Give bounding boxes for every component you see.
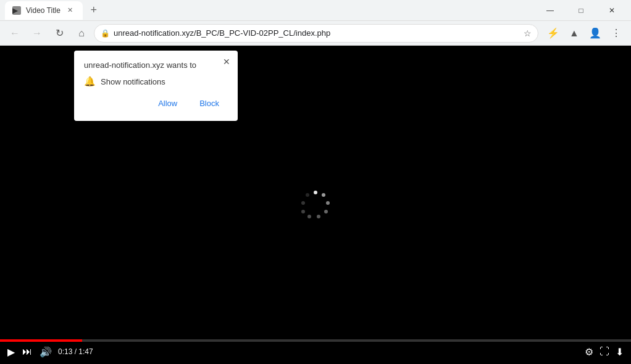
maximize-button[interactable]: □ <box>567 0 595 21</box>
svg-point-8 <box>306 193 309 197</box>
play-button[interactable]: ▶ <box>6 345 16 359</box>
settings-button[interactable]: ⚙ <box>583 345 595 359</box>
svg-point-3 <box>324 210 328 213</box>
download-button[interactable]: ⬇ <box>614 345 625 359</box>
volume-button[interactable]: 🔊 <box>38 345 53 359</box>
video-controls: ▶ ⏭ 🔊 0:13 / 1:47 ⚙ ⛶ ⬇ <box>0 339 631 364</box>
popup-title: unread-notification.xyz wants to <box>84 60 228 70</box>
svg-point-0 <box>314 191 317 194</box>
notification-popup: ✕ unread-notification.xyz wants to 🔔 Sho… <box>74 51 238 121</box>
refresh-button[interactable]: ↻ <box>49 23 69 43</box>
toolbar-icons: ⚡ ▲ 👤 ⋮ <box>543 23 626 43</box>
lock-icon: 🔒 <box>101 29 110 38</box>
ntp-button[interactable]: ▲ <box>564 23 584 43</box>
progress-bar-fill <box>0 339 82 342</box>
minimize-button[interactable]: — <box>536 0 564 21</box>
progress-bar-container[interactable] <box>0 339 631 342</box>
fullscreen-button[interactable]: ⛶ <box>598 345 611 358</box>
profile-button[interactable]: 👤 <box>585 23 605 43</box>
content-area: ✕ unread-notification.xyz wants to 🔔 Sho… <box>0 46 631 364</box>
permission-label: Show notifications <box>101 77 165 86</box>
url-text: unread-notification.xyz/B_PC/B_PC-VID-02… <box>114 28 517 38</box>
skip-button[interactable]: ⏭ <box>21 345 33 358</box>
loading-spinner <box>300 189 331 220</box>
extensions-button[interactable]: ⚡ <box>543 23 563 43</box>
close-button[interactable]: ✕ <box>598 0 626 21</box>
browser-window: ▶ Video Title ✕ + — □ ✕ ← → ↻ ⌂ 🔒 unread… <box>0 0 631 364</box>
window-controls: — □ ✕ <box>536 0 626 21</box>
svg-point-2 <box>326 201 330 205</box>
tab-title: Video Title <box>26 6 61 15</box>
allow-button[interactable]: Allow <box>149 96 186 111</box>
bookmark-icon[interactable]: ☆ <box>524 28 532 38</box>
address-bar[interactable]: 🔒 unread-notification.xyz/B_PC/B_PC-VID-… <box>94 24 538 43</box>
home-button[interactable]: ⌂ <box>72 23 91 43</box>
bell-icon: 🔔 <box>84 76 96 87</box>
active-tab[interactable]: ▶ Video Title ✕ <box>5 1 83 20</box>
tab-bar: ▶ Video Title ✕ + <box>5 0 536 20</box>
tab-close-button[interactable]: ✕ <box>65 6 75 15</box>
spinner-svg <box>300 189 331 220</box>
popup-close-button[interactable]: ✕ <box>220 56 233 68</box>
time-display: 0:13 / 1:47 <box>58 347 93 356</box>
svg-point-7 <box>301 201 305 205</box>
new-tab-button[interactable]: + <box>85 2 102 19</box>
svg-point-1 <box>322 193 325 197</box>
svg-point-5 <box>307 215 311 218</box>
nav-bar: ← → ↻ ⌂ 🔒 unread-notification.xyz/B_PC/B… <box>0 21 631 46</box>
popup-buttons: Allow Block <box>84 96 228 111</box>
menu-button[interactable]: ⋮ <box>606 23 626 43</box>
right-controls: ⚙ ⛶ ⬇ <box>583 345 625 359</box>
tab-favicon: ▶ <box>12 6 21 15</box>
popup-permission: 🔔 Show notifications <box>84 76 228 87</box>
block-button[interactable]: Block <box>191 96 228 111</box>
svg-point-4 <box>317 215 320 218</box>
title-bar: ▶ Video Title ✕ + — □ ✕ <box>0 0 631 21</box>
forward-button[interactable]: → <box>27 23 47 43</box>
back-button[interactable]: ← <box>5 23 25 43</box>
svg-point-6 <box>301 210 305 213</box>
